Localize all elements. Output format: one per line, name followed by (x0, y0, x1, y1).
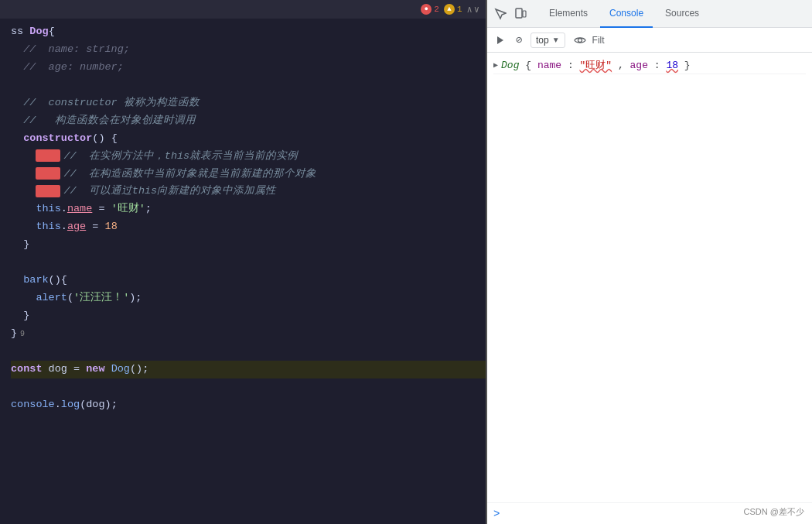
code-text: } (11, 236, 29, 254)
code-line: // age: number; (11, 59, 486, 77)
line-hint: 9 (20, 327, 25, 341)
code-editor: ● 2 ▲ 1 ∧ ∨ ss Dog{ // name: string; (0, 0, 487, 524)
redacted-block (36, 167, 60, 180)
redacted-block (36, 149, 60, 162)
editor-top-bar: ● 2 ▲ 1 ∧ ∨ (0, 0, 486, 19)
code-line: console.log(dog); (11, 396, 486, 414)
filter-button[interactable]: Filt (592, 33, 606, 47)
code-line: constructor() { (11, 130, 486, 148)
code-line: } (11, 307, 486, 325)
error-circle: ● (421, 4, 432, 15)
code-text: } (11, 307, 29, 325)
code-text: // constructor 被称为构造函数 (11, 94, 200, 112)
code-text: bark(){ (11, 272, 67, 289)
context-select[interactable]: top ▼ (531, 33, 565, 48)
context-dropdown-arrow: ▼ (552, 36, 560, 44)
code-line: this.age = 18 (11, 218, 486, 236)
code-line: bark(){ (11, 272, 486, 289)
warning-circle: ▲ (444, 4, 455, 15)
code-line: // constructor 被称为构造函数 (11, 94, 486, 112)
tab-console[interactable]: Console (600, 0, 653, 28)
eye-icon[interactable] (573, 33, 587, 47)
code-line (11, 77, 486, 94)
code-text: // 在实例方法中，this就表示当前当前的实例 (11, 148, 298, 166)
code-text: this.age = 18 (11, 218, 118, 236)
redacted-block (36, 185, 60, 197)
warning-badge: ▲ 1 (444, 4, 462, 15)
code-text: // name: string; (11, 41, 130, 59)
code-line: // 在构造函数中当前对象就是当前新建的那个对象 (11, 166, 486, 183)
code-line (11, 343, 486, 361)
tab-sources[interactable]: Sources (656, 0, 708, 28)
tab-elements[interactable]: Elements (540, 0, 597, 28)
code-line: this.name = '旺财'; (11, 200, 486, 218)
context-label: top (536, 35, 549, 46)
code-line: alert('汪汪汪！'); (11, 289, 486, 307)
code-content: ss Dog{ // name: string; // age: number;… (0, 19, 486, 419)
down-arrow[interactable]: ∨ (474, 4, 479, 15)
code-text: this.name = '旺财'; (11, 200, 152, 218)
code-text: console.log(dog); (11, 396, 118, 414)
run-icon[interactable] (493, 33, 507, 47)
code-line: // 可以通过this向新建的对象中添加属性 (11, 183, 486, 200)
console-output: ▶ Dog { name : "旺财" , age : 18 } (487, 53, 812, 502)
svg-point-3 (578, 38, 582, 42)
code-line: ss Dog{ (11, 23, 486, 41)
warning-count: 1 (457, 5, 462, 14)
filter-label: Filt (592, 35, 605, 46)
clear-console-icon[interactable]: ⊘ (512, 33, 526, 47)
nav-arrows[interactable]: ∧ ∨ (467, 4, 479, 15)
code-text: const dog = new Dog(); (11, 361, 148, 378)
svg-marker-2 (497, 36, 503, 44)
code-text: // age: number; (11, 59, 124, 77)
devtools-tabs: Elements Console Sources (487, 0, 812, 28)
svg-rect-1 (523, 11, 526, 17)
code-line: // name: string; (11, 41, 486, 59)
prompt-arrow: > (493, 508, 500, 520)
console-output-line: ▶ Dog { name : "旺财" , age : 18 } (493, 56, 806, 74)
svg-rect-0 (516, 9, 522, 18)
devtools-icons (493, 7, 527, 21)
code-line: // 在实例方法中，this就表示当前当前的实例 (11, 148, 486, 166)
inspect-icon[interactable] (493, 7, 507, 21)
code-line: } (11, 236, 486, 254)
code-line: } 9 (11, 325, 486, 343)
code-text: constructor() { (11, 130, 118, 148)
code-text: // 构造函数会在对象创建时调用 (11, 112, 196, 130)
error-count: 2 (434, 5, 439, 14)
code-line (11, 378, 486, 396)
main-container: ● 2 ▲ 1 ∧ ∨ ss Dog{ // name: string; (0, 0, 812, 524)
code-text: // 在构造函数中当前对象就是当前新建的那个对象 (11, 166, 316, 183)
expand-triangle[interactable]: ▶ (493, 60, 498, 70)
code-line-highlighted: const dog = new Dog(); (11, 361, 486, 378)
console-toolbar: ⊘ top ▼ Filt (487, 28, 812, 53)
watermark: CSDN @差不少 (744, 506, 804, 518)
code-text: // 可以通过this向新建的对象中添加属性 (11, 183, 276, 200)
code-line (11, 254, 486, 272)
output-text: Dog { name : "旺财" , age : 18 } (501, 58, 691, 72)
code-line: // 构造函数会在对象创建时调用 (11, 112, 486, 130)
code-text: } (11, 325, 17, 343)
code-text: ss Dog{ (11, 23, 55, 41)
devtools-panel: Elements Console Sources ⊘ top ▼ (487, 0, 812, 524)
up-arrow[interactable]: ∧ (467, 4, 473, 15)
device-icon[interactable] (513, 7, 527, 21)
code-text: alert('汪汪汪！'); (11, 289, 142, 307)
error-badge: ● 2 (421, 4, 439, 15)
